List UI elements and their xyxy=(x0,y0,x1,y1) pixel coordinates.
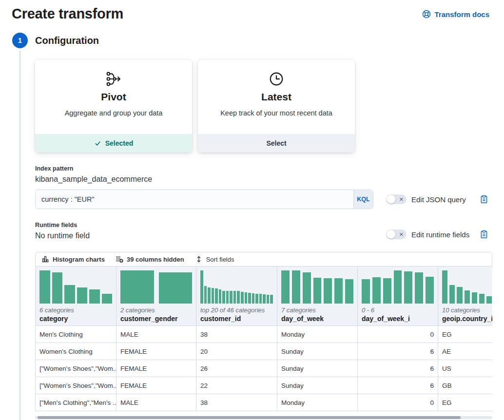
column-name: customer_gender xyxy=(120,315,192,323)
pivot-selected-footer[interactable]: Selected xyxy=(35,134,192,153)
table-cell[interactable]: ["Men's Clothing","Men's ... xyxy=(36,394,116,411)
kql-button[interactable]: KQL xyxy=(353,190,373,209)
histogram-category xyxy=(39,270,112,304)
histogram-bar xyxy=(219,289,222,304)
transform-docs-label: Transform docs xyxy=(434,10,489,19)
table-cell[interactable]: FEMALE xyxy=(116,343,196,360)
table-cell[interactable]: 20 xyxy=(196,343,277,360)
table-cell[interactable]: EG xyxy=(438,394,492,411)
switch-off-icon: ✕ xyxy=(399,232,404,237)
table-cell[interactable]: 6 xyxy=(358,377,438,394)
table-cell[interactable]: 0 xyxy=(358,394,438,411)
table-cell[interactable]: AE xyxy=(438,343,492,360)
table-cell[interactable]: 26 xyxy=(196,360,277,377)
table-cell[interactable]: Sunday xyxy=(277,360,358,377)
histogram-customer_gender xyxy=(120,270,192,304)
histogram-bar xyxy=(259,294,262,304)
histogram-bar xyxy=(226,291,229,304)
columns-hidden-button[interactable]: 39 columns hidden xyxy=(116,255,184,263)
histogram-bar xyxy=(362,279,370,304)
histogram-bar xyxy=(324,278,332,304)
histogram-charts-button[interactable]: Histogram charts xyxy=(41,255,105,263)
histogram-bar xyxy=(267,295,270,304)
table-cell[interactable]: FEMALE xyxy=(116,360,196,377)
table-cell[interactable]: US xyxy=(438,360,492,377)
histogram-bar xyxy=(233,291,236,304)
column-name: category xyxy=(39,315,112,323)
table-cell[interactable]: Monday xyxy=(277,326,358,343)
histogram-bar xyxy=(449,285,455,304)
pivot-card[interactable]: Pivot Aggregate and group your data Sele… xyxy=(35,60,192,153)
table-cell[interactable]: MALE xyxy=(116,394,196,411)
column-name: customer_id xyxy=(200,315,273,323)
copy-runtime-button[interactable] xyxy=(480,230,488,239)
column-name: day_of_week_i xyxy=(362,315,434,323)
latest-select-footer[interactable]: Select xyxy=(198,134,355,153)
table-cell[interactable]: ["Women's Shoes","Wom... xyxy=(36,377,116,394)
histogram-bar xyxy=(208,287,211,304)
histogram-geoip.country_iso_ xyxy=(442,270,492,304)
column-header-category[interactable]: 6 categoriescategory xyxy=(36,267,116,325)
histogram-bar xyxy=(372,277,381,304)
table-cell[interactable]: MALE xyxy=(116,326,196,343)
bar-chart-icon xyxy=(41,255,49,263)
edit-json-toggle[interactable]: ✕ xyxy=(386,194,407,204)
query-input[interactable] xyxy=(36,190,353,209)
column-header-day_of_week_i[interactable]: 0 - 6day_of_week_i xyxy=(358,267,438,325)
column-header-customer_gender[interactable]: 2 categoriescustomer_gender xyxy=(116,267,196,325)
scrollbar-thumb[interactable] xyxy=(38,416,461,419)
latest-footer-label: Select xyxy=(266,139,286,147)
table-cell[interactable]: Men's Clothing xyxy=(36,326,116,343)
latest-card[interactable]: Latest Keep track of your most recent da… xyxy=(198,60,355,153)
histogram-bar xyxy=(248,293,251,304)
transform-docs-link[interactable]: Transform docs xyxy=(422,10,489,19)
column-header-customer_id[interactable]: top 20 of 46 categoriescustomer_id xyxy=(196,267,277,325)
column-name: day_of_week xyxy=(281,315,353,323)
table-cell[interactable]: Sunday xyxy=(277,377,358,394)
histogram-bar xyxy=(89,289,100,304)
pivot-card-title: Pivot xyxy=(101,91,126,103)
table-row: ["Women's Shoes","Wom...FEMALE22Sunday6G… xyxy=(36,377,492,394)
sort-fields-label: Sort fields xyxy=(206,256,234,263)
section-title: Configuration xyxy=(35,35,99,46)
switch-knob xyxy=(387,195,395,204)
column-meta: 10 categories xyxy=(442,306,492,314)
table-cell[interactable]: GB xyxy=(438,377,492,394)
table-cell[interactable]: Sunday xyxy=(277,343,358,360)
table-cell[interactable]: Monday xyxy=(277,394,358,411)
table-cell[interactable]: 38 xyxy=(196,394,277,411)
copy-json-button[interactable] xyxy=(480,195,488,204)
table-cell[interactable]: EG xyxy=(438,326,492,343)
histogram-bar xyxy=(212,288,214,304)
histogram-bar xyxy=(230,291,233,304)
table-cell[interactable]: 22 xyxy=(196,377,277,394)
query-bar: KQL xyxy=(35,190,373,209)
histogram-bar xyxy=(394,270,402,304)
table-cell[interactable]: FEMALE xyxy=(116,377,196,394)
runtime-fields-value: No runtime field xyxy=(35,231,373,240)
column-meta: 2 categories xyxy=(120,306,192,314)
table-cell[interactable]: 6 xyxy=(358,360,438,377)
switch-off-icon: ✕ xyxy=(399,197,404,202)
column-header-geoip.country_iso_[interactable]: 10 categoriesgeoip.country_iso_ xyxy=(438,267,492,325)
horizontal-scrollbar[interactable] xyxy=(35,416,492,419)
histogram-bar xyxy=(415,272,423,304)
histogram-bar xyxy=(204,286,207,304)
clipboard-icon xyxy=(480,230,488,239)
table-cell[interactable]: 0 xyxy=(358,326,438,343)
table-cell[interactable]: Women's Clothing xyxy=(36,343,116,360)
edit-runtime-group: ✕ Edit runtime fields xyxy=(386,229,492,239)
column-meta: 0 - 6 xyxy=(362,306,434,314)
histogram-bar xyxy=(77,287,88,304)
check-icon xyxy=(94,140,101,147)
sort-fields-button[interactable]: Sort fields xyxy=(195,255,234,263)
table-cell[interactable]: 38 xyxy=(196,326,277,343)
edit-runtime-toggle[interactable]: ✕ xyxy=(386,229,407,239)
table-cell[interactable]: 6 xyxy=(358,343,438,360)
latest-card-description: Keep track of your most recent data xyxy=(220,109,332,117)
table-cell[interactable]: ["Women's Shoes","Wom... xyxy=(36,360,116,377)
histogram-bar xyxy=(292,270,300,304)
column-header-day_of_week[interactable]: 7 categoriesday_of_week xyxy=(277,267,358,325)
histogram-bar xyxy=(102,294,113,304)
column-meta: top 20 of 46 categories xyxy=(200,306,273,314)
